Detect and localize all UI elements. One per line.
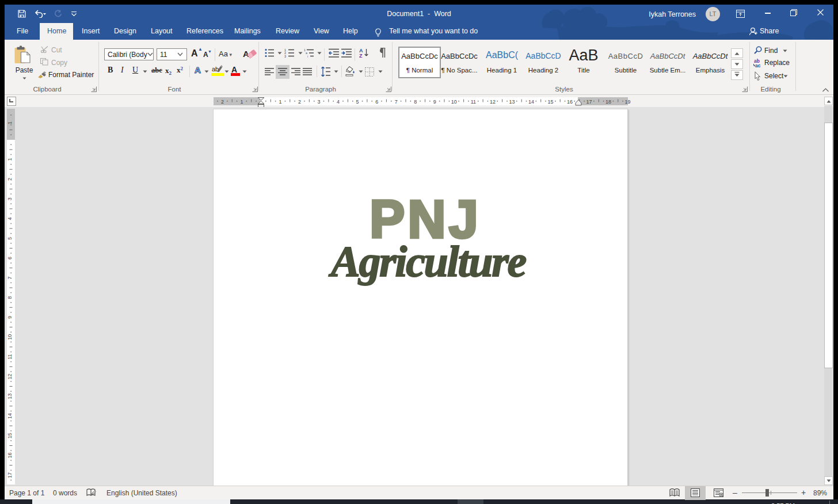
svg-text:14: 14: [528, 99, 534, 105]
svg-text:17: 17: [586, 99, 592, 105]
svg-text:i: i: [307, 55, 308, 58]
svg-text:2: 2: [298, 99, 301, 105]
svg-text:9: 9: [433, 99, 436, 105]
svg-text:7: 7: [7, 276, 13, 279]
svg-text:18: 18: [605, 99, 611, 105]
svg-text:8: 8: [414, 99, 417, 105]
svg-text:1: 1: [7, 158, 13, 161]
svg-text:10: 10: [451, 99, 457, 105]
svg-text:6: 6: [375, 99, 378, 105]
svg-text:7: 7: [395, 99, 398, 105]
svg-text:3: 3: [7, 197, 13, 200]
svg-text:16: 16: [567, 99, 573, 105]
svg-text:1: 1: [7, 121, 13, 124]
svg-text:14: 14: [7, 413, 13, 419]
svg-text:10: 10: [7, 334, 13, 340]
svg-text:3: 3: [318, 99, 321, 105]
svg-text:ac: ac: [755, 63, 761, 68]
svg-text:1: 1: [279, 99, 281, 105]
svg-text:6: 6: [7, 257, 13, 259]
svg-text:2: 2: [7, 178, 13, 181]
svg-text:19: 19: [625, 99, 631, 105]
svg-text:15: 15: [547, 99, 553, 105]
svg-text:11: 11: [7, 354, 13, 359]
svg-text:13: 13: [7, 394, 13, 399]
svg-text:15: 15: [7, 433, 13, 438]
svg-text:9: 9: [7, 316, 13, 319]
svg-text:12: 12: [490, 99, 496, 105]
svg-text:1: 1: [240, 99, 243, 105]
svg-text:11: 11: [471, 99, 476, 105]
svg-text:2: 2: [221, 99, 224, 105]
svg-text:12: 12: [7, 373, 13, 379]
svg-text:5: 5: [356, 99, 359, 105]
svg-text:4: 4: [337, 99, 340, 105]
svg-text:16: 16: [7, 453, 13, 459]
svg-text:13: 13: [509, 99, 515, 105]
svg-text:Z: Z: [359, 53, 363, 58]
svg-text:5: 5: [7, 237, 13, 240]
svg-text:17: 17: [7, 472, 13, 478]
svg-text:4: 4: [7, 217, 13, 220]
svg-text:8: 8: [7, 296, 13, 299]
svg-text:3: 3: [284, 55, 286, 58]
